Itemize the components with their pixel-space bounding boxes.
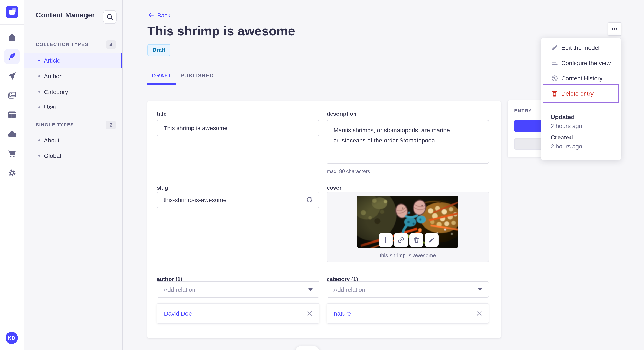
menu-divider	[541, 105, 620, 105]
regenerate-icon[interactable]	[306, 196, 313, 203]
section-label-collection-types: COLLECTION TYPES	[36, 42, 88, 47]
bullet-icon	[38, 75, 40, 77]
sidebar-item-label: Category	[44, 88, 68, 95]
relation-link[interactable]: David Doe	[164, 310, 192, 317]
back-link[interactable]: Back	[147, 11, 170, 19]
link-icon	[398, 237, 404, 243]
cover-label: cover	[327, 184, 342, 191]
active-indicator	[121, 53, 122, 68]
title-input[interactable]	[157, 120, 320, 136]
description-helper: max. 80 characters	[327, 169, 370, 174]
more-options-button[interactable]	[608, 22, 622, 36]
pencil-icon	[428, 237, 435, 243]
description-textarea[interactable]: Mantis shrimps, or stomatopods, are mari…	[327, 120, 489, 164]
trash-icon	[551, 90, 558, 97]
sidebar-item-label: Author	[44, 73, 62, 80]
cloud-icon[interactable]	[7, 129, 17, 140]
bullet-icon	[38, 106, 40, 108]
arrow-left-icon	[147, 11, 154, 19]
collection-types-count: 4	[106, 40, 116, 49]
slug-label: slug	[157, 184, 168, 191]
remove-relation-icon[interactable]	[307, 311, 312, 316]
back-label: Back	[157, 12, 170, 18]
ellipsis-icon	[611, 25, 618, 32]
sidebar-item-user[interactable]: User	[24, 100, 122, 115]
created-label: Created	[551, 134, 573, 141]
slug-input[interactable]	[157, 192, 320, 208]
plus-icon	[382, 237, 389, 243]
menu-item-edit-model[interactable]: Edit the model	[541, 40, 620, 55]
title-label: title	[157, 111, 166, 117]
media-library-icon[interactable]	[7, 91, 17, 101]
sidebar-item-label: About	[44, 137, 60, 144]
combobox-placeholder: Add relation	[334, 286, 365, 293]
edit-form-card: title description Mantis shrimps, or sto…	[147, 101, 501, 338]
chevron-down-icon	[478, 288, 482, 291]
bottom-widget-handle[interactable]	[296, 346, 319, 350]
menu-item-label: Delete entry	[561, 90, 594, 97]
layout-icon[interactable]	[7, 110, 17, 120]
tab-label: DRAFT	[152, 73, 172, 79]
list-plus-icon	[551, 59, 558, 66]
tab-published[interactable]: PUBLISHED	[176, 68, 218, 83]
cover-caption: this-shrimp-is-awesome	[327, 253, 488, 259]
category-relation-combobox[interactable]: Add relation	[327, 281, 489, 298]
menu-item-label: Edit the model	[561, 44, 600, 51]
paper-plane-icon[interactable]	[7, 71, 17, 81]
updated-value: 2 hours ago	[551, 123, 582, 129]
menu-item-label: Content History	[561, 75, 602, 82]
relation-link[interactable]: nature	[334, 310, 351, 317]
tab-bar: DRAFT PUBLISHED	[147, 68, 218, 83]
bullet-icon	[38, 155, 40, 157]
tab-draft[interactable]: DRAFT	[147, 68, 176, 85]
copy-link-button[interactable]	[394, 233, 408, 247]
trash-icon	[413, 237, 420, 243]
rail-divider	[0, 24, 24, 25]
cart-icon[interactable]	[7, 149, 17, 159]
feather-icon[interactable]	[7, 51, 17, 62]
status-badge: Draft	[147, 44, 170, 56]
page-title: This shrimp is awesome	[147, 24, 295, 38]
sidebar-title: Content Manager	[36, 11, 95, 19]
author-relation-combobox[interactable]: Add relation	[157, 281, 320, 298]
remove-relation-icon[interactable]	[476, 311, 482, 316]
sidebar-item-article[interactable]: Article	[24, 53, 122, 68]
delete-asset-button[interactable]	[409, 233, 423, 247]
search-button[interactable]	[103, 10, 117, 24]
user-avatar[interactable]: KD	[6, 332, 18, 344]
pencil-icon	[551, 44, 558, 51]
sidebar-item-label: Global	[44, 152, 61, 159]
section-label-single-types: SINGLE TYPES	[36, 122, 74, 127]
chevron-down-icon	[308, 288, 313, 291]
home-icon[interactable]	[7, 32, 17, 42]
sidebar-item-label: Article	[44, 57, 60, 64]
created-value: 2 hours ago	[551, 143, 582, 150]
options-menu: Edit the model Configure the view Conten…	[541, 38, 621, 160]
description-label: description	[327, 111, 356, 117]
sidebar-item-label: User	[44, 104, 56, 111]
edit-asset-button[interactable]	[425, 233, 439, 247]
gear-icon[interactable]	[7, 168, 17, 178]
sidebar-item-global[interactable]: Global	[24, 148, 122, 163]
history-icon	[551, 75, 558, 82]
category-relation-item: nature	[327, 303, 489, 324]
cover-asset-card: this-shrimp-is-awesome	[327, 192, 489, 262]
bullet-icon	[38, 59, 40, 61]
tab-label: PUBLISHED	[180, 73, 214, 79]
author-relation-item: David Doe	[157, 303, 320, 324]
combobox-placeholder: Add relation	[164, 286, 195, 293]
sidebar-divider	[36, 30, 46, 30]
search-icon	[106, 13, 114, 21]
nav-rail: KD	[0, 0, 25, 350]
strapi-logo[interactable]	[6, 6, 18, 18]
sidebar-item-author[interactable]: Author	[24, 68, 122, 84]
menu-item-configure-view[interactable]: Configure the view	[541, 55, 620, 71]
sidebar-item-category[interactable]: Category	[24, 84, 122, 100]
bullet-icon	[38, 140, 40, 141]
sidebar-item-about[interactable]: About	[24, 133, 122, 148]
add-asset-button[interactable]	[379, 233, 393, 247]
menu-item-delete-entry[interactable]: Delete entry	[543, 84, 619, 103]
content-manager-sidebar: Content Manager COLLECTION TYPES 4 Artic…	[24, 0, 123, 350]
single-types-count: 2	[106, 121, 116, 129]
updated-label: Updated	[551, 114, 574, 120]
